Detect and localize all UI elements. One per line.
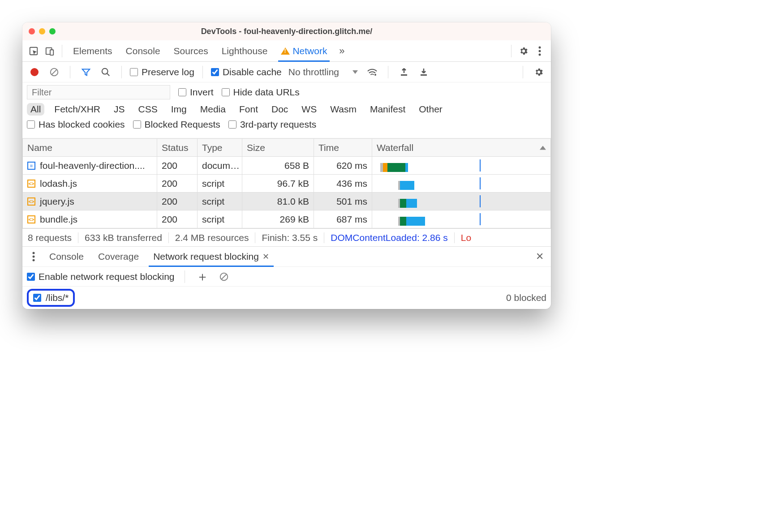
request-time: 620 ms <box>314 157 372 175</box>
type-filter-other[interactable]: Other <box>415 103 446 116</box>
throttling-select[interactable]: No throttling <box>286 65 360 79</box>
type-filter-wasm[interactable]: Wasm <box>327 103 360 116</box>
col-name[interactable]: Name <box>23 139 157 157</box>
script-icon: <> <box>27 197 35 206</box>
network-toolbar: Preserve log Disable cache No throttling <box>22 62 551 82</box>
request-status: 200 <box>157 210 198 228</box>
type-filter-img[interactable]: Img <box>168 103 190 116</box>
add-pattern-button[interactable]: ＋ <box>195 269 210 284</box>
device-toolbar-button[interactable] <box>42 43 57 59</box>
col-waterfall[interactable]: Waterfall <box>372 139 551 157</box>
waterfall-cell <box>377 159 546 172</box>
record-button[interactable] <box>27 64 42 80</box>
tab-lighthouse[interactable]: Lighthouse <box>215 40 274 61</box>
drawer-tab-coverage[interactable]: Coverage <box>92 247 145 266</box>
divider <box>388 66 388 78</box>
svg-point-4 <box>539 50 541 52</box>
blocking-pattern-row: /libs/* 0 blocked <box>22 287 551 309</box>
table-header-row: Name Status Type Size Time Waterfall <box>23 139 551 157</box>
import-har-button[interactable] <box>396 64 412 80</box>
summary-dcl: DOMContentLoaded: 2.86 s <box>324 232 455 243</box>
request-name: lodash.js <box>40 178 77 189</box>
request-status: 200 <box>157 175 198 193</box>
enable-blocking-checkbox[interactable]: Enable network request blocking <box>27 271 175 282</box>
type-filter-doc[interactable]: Doc <box>268 103 292 116</box>
script-icon: <> <box>27 180 35 188</box>
checkbox-label: Has blocked cookies <box>39 119 125 130</box>
type-filter-manifest[interactable]: Manifest <box>366 103 409 116</box>
warning-icon <box>281 47 290 55</box>
clear-patterns-button[interactable] <box>216 269 232 284</box>
checkbox-label: Hide data URLs <box>233 87 300 98</box>
col-time[interactable]: Time <box>314 139 372 157</box>
summary-requests: 8 requests <box>28 232 78 243</box>
request-status: 200 <box>157 193 198 210</box>
export-har-button[interactable] <box>416 64 431 80</box>
inspect-element-button[interactable] <box>26 43 41 59</box>
svg-point-3 <box>539 46 541 48</box>
clear-button[interactable] <box>47 64 62 80</box>
tab-console[interactable]: Console <box>120 40 167 61</box>
settings-button[interactable] <box>516 43 531 59</box>
type-filter-js[interactable]: JS <box>110 103 129 116</box>
tab-label: Console <box>49 251 84 262</box>
filter-input[interactable] <box>27 85 170 99</box>
drawer-tab-console[interactable]: Console <box>43 247 90 266</box>
svg-line-9 <box>107 73 110 76</box>
close-drawer-button[interactable]: ✕ <box>532 249 547 264</box>
divider <box>121 66 122 78</box>
pattern-enabled-checkbox[interactable] <box>33 294 41 302</box>
blocked-requests-checkbox[interactable]: Blocked Requests <box>133 119 220 130</box>
network-settings-button[interactable] <box>531 64 546 80</box>
table-row[interactable]: ≡foul-heavenly-direction.... 200 docum… … <box>23 157 551 175</box>
divider <box>511 45 511 57</box>
type-filter-css[interactable]: CSS <box>135 103 161 116</box>
window-title: DevTools - foul-heavenly-direction.glitc… <box>22 27 551 36</box>
third-party-checkbox[interactable]: 3rd-party requests <box>228 119 316 130</box>
request-type: script <box>198 175 242 193</box>
tab-label: Console <box>126 46 160 56</box>
svg-point-8 <box>102 68 108 74</box>
tab-elements[interactable]: Elements <box>67 40 119 61</box>
col-size[interactable]: Size <box>242 139 314 157</box>
type-filter-font[interactable]: Font <box>236 103 262 116</box>
type-filter-fetch[interactable]: Fetch/XHR <box>51 103 104 116</box>
type-filter-media[interactable]: Media <box>197 103 229 116</box>
more-tabs-button[interactable]: » <box>334 43 349 59</box>
disable-cache-checkbox[interactable]: Disable cache <box>211 67 282 77</box>
close-tab-icon[interactable]: ✕ <box>262 252 269 262</box>
tab-label: Elements <box>73 46 112 56</box>
checkbox-label: 3rd-party requests <box>240 119 316 130</box>
table-row[interactable]: <>bundle.js 200 script 269 kB 687 ms <box>23 210 551 228</box>
preserve-log-checkbox[interactable]: Preserve log <box>130 67 194 77</box>
request-type: docum… <box>198 157 242 175</box>
svg-point-15 <box>33 259 35 262</box>
network-conditions-button[interactable] <box>365 64 380 80</box>
tab-sources[interactable]: Sources <box>168 40 215 61</box>
divider <box>202 66 203 78</box>
pattern-text: /libs/* <box>46 292 69 303</box>
has-blocked-cookies-checkbox[interactable]: Has blocked cookies <box>27 119 125 130</box>
invert-checkbox[interactable]: Invert <box>178 87 214 98</box>
search-button[interactable] <box>98 64 113 80</box>
blocking-pattern[interactable]: /libs/* <box>27 289 75 307</box>
hide-data-urls-checkbox[interactable]: Hide data URLs <box>222 87 300 98</box>
request-time: 687 ms <box>314 210 372 228</box>
type-filter-all[interactable]: All <box>27 103 44 116</box>
kebab-menu-button[interactable] <box>532 43 547 59</box>
filter-toggle-button[interactable] <box>78 64 94 80</box>
tab-network[interactable]: Network <box>275 40 333 61</box>
checkbox-label: Disable cache <box>223 67 282 77</box>
filter-bar: Invert Hide data URLs All Fetch/XHR JS C… <box>22 82 551 138</box>
col-status[interactable]: Status <box>157 139 198 157</box>
request-time: 436 ms <box>314 175 372 193</box>
summary-finish: Finish: 3.55 s <box>255 232 324 243</box>
table-row[interactable]: <>lodash.js 200 script 96.7 kB 436 ms <box>23 175 551 193</box>
drawer-tab-blocking[interactable]: Network request blocking ✕ <box>147 247 275 266</box>
drawer-kebab-menu[interactable] <box>26 249 41 264</box>
col-type[interactable]: Type <box>198 139 242 157</box>
type-filter-ws[interactable]: WS <box>298 103 320 116</box>
table-row[interactable]: <>jquery.js 200 script 81.0 kB 501 ms <box>23 193 551 210</box>
svg-rect-12 <box>421 74 427 76</box>
network-table: Name Status Type Size Time Waterfall ≡fo… <box>22 138 551 228</box>
